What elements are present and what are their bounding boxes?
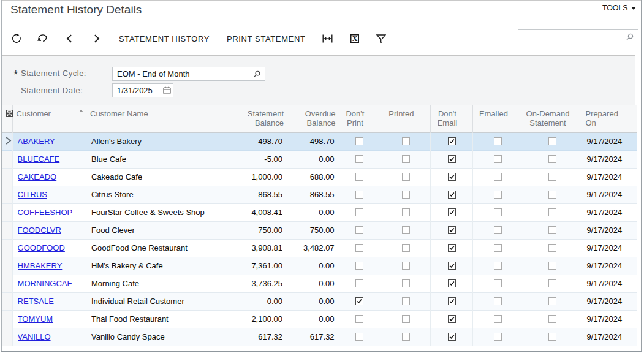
svg-text:X: X <box>352 34 358 43</box>
